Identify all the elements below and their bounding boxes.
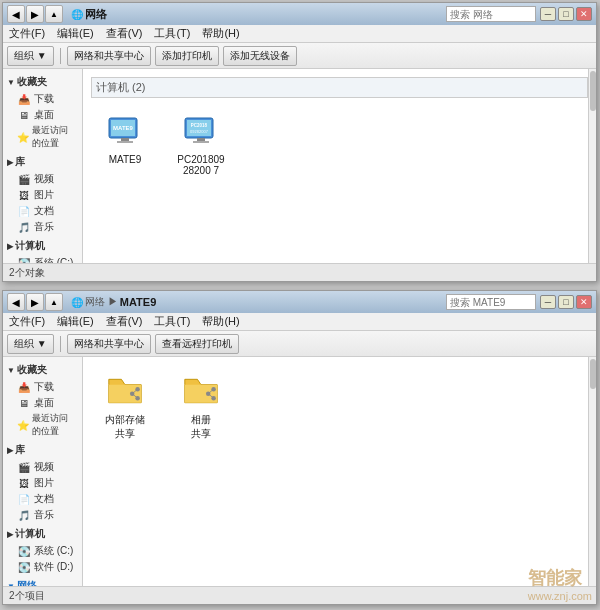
favorites-label-2: 收藏夹 xyxy=(17,363,47,377)
sidebar-header-lib-1[interactable]: ▶ 库 xyxy=(3,153,82,171)
title-bar-left-2: ◀ ▶ ▲ 🌐 网络 ▶ MATE9 xyxy=(7,293,156,311)
content-area-1: ▼ 收藏夹 📥 下载 🖥 桌面 ⭐ 最近访问的位置 xyxy=(3,69,596,263)
up-btn-2[interactable]: ▲ xyxy=(45,293,63,311)
sidebar-item-desktop-1[interactable]: 🖥 桌面 xyxy=(3,107,82,123)
file-item-internal[interactable]: 内部存储共享 xyxy=(95,369,155,445)
title-right-2: ─ □ ✕ xyxy=(446,294,592,310)
file-item-mate9[interactable]: MATE9 MATE9 xyxy=(95,110,155,180)
sidebar-item-pic-2[interactable]: 🖼 图片 xyxy=(3,475,82,491)
close-btn-1[interactable]: ✕ xyxy=(576,7,592,21)
sidebar-item-recent-1[interactable]: ⭐ 最近访问的位置 xyxy=(3,123,82,151)
music-label-2: 音乐 xyxy=(34,508,54,522)
minimize-btn-1[interactable]: ─ xyxy=(540,7,556,21)
sidebar-item-doc-2[interactable]: 📄 文档 xyxy=(3,491,82,507)
menu-file-1[interactable]: 文件(F) xyxy=(7,26,47,41)
svg-text:PC2018: PC2018 xyxy=(191,123,208,128)
sidebar-header-lib-2[interactable]: ▶ 库 xyxy=(3,441,82,459)
sidebar-item-download-2[interactable]: 📥 下载 xyxy=(3,379,82,395)
desktop-label-2: 桌面 xyxy=(34,396,54,410)
back-btn-2[interactable]: ◀ xyxy=(7,293,25,311)
title-bar-left-1: ◀ ▶ ▲ 🌐 网络 xyxy=(7,5,107,23)
up-btn-1[interactable]: ▲ xyxy=(45,5,63,23)
sidebar-item-music-1[interactable]: 🎵 音乐 xyxy=(3,219,82,235)
maximize-btn-1[interactable]: □ xyxy=(558,7,574,21)
organize-btn-1[interactable]: 组织 ▼ xyxy=(7,46,54,66)
forward-btn-1[interactable]: ▶ xyxy=(26,5,44,23)
sidebar-header-favorites-1[interactable]: ▼ 收藏夹 xyxy=(3,73,82,91)
sidebar-header-pc-1[interactable]: ▶ 计算机 xyxy=(3,237,82,255)
sidebar-item-download-1[interactable]: 📥 下载 xyxy=(3,91,82,107)
desktop-icon-1: 🖥 xyxy=(17,108,31,122)
menu-help-2[interactable]: 帮助(H) xyxy=(200,314,241,329)
sidebar-item-desktop-2[interactable]: 🖥 桌面 xyxy=(3,395,82,411)
status-bar-2: 2个项目 xyxy=(3,586,596,604)
sidebar-header-net-2[interactable]: ▼ 网络 xyxy=(3,577,82,586)
svg-text:MATE9: MATE9 xyxy=(113,125,134,131)
computer-icon-mate9: MATE9 xyxy=(107,114,143,150)
sidebar-item-pic-1[interactable]: 🖼 图片 xyxy=(3,187,82,203)
menu-help-1[interactable]: 帮助(H) xyxy=(200,26,241,41)
view-printers-btn-2[interactable]: 查看远程打印机 xyxy=(155,334,239,354)
sidebar-item-cdrive-2[interactable]: 💽 系统 (C:) xyxy=(3,543,82,559)
sep-2 xyxy=(60,336,61,352)
download-label-2: 下载 xyxy=(34,380,54,394)
add-wireless-btn-1[interactable]: 添加无线设备 xyxy=(223,46,297,66)
sidebar-item-cdrive-1[interactable]: 💽 系统 (C:) xyxy=(3,255,82,263)
title-bar-1: ◀ ▶ ▲ 🌐 网络 ─ □ ✕ xyxy=(3,3,596,25)
ddrive-label-2: 软件 (D:) xyxy=(34,560,73,574)
file-name-album: 相册共享 xyxy=(191,413,211,441)
video-icon-2: 🎬 xyxy=(17,460,31,474)
sidebar-header-favorites-2[interactable]: ▼ 收藏夹 xyxy=(3,361,82,379)
file-item-album[interactable]: 相册共享 xyxy=(171,369,231,445)
doc-label-2: 文档 xyxy=(34,492,54,506)
scrollbar-2[interactable] xyxy=(588,357,596,586)
menu-view-2[interactable]: 查看(V) xyxy=(104,314,145,329)
window-title-1: 网络 xyxy=(85,7,107,22)
window-network: ◀ ▶ ▲ 🌐 网络 ─ □ ✕ 文件(F) 编辑(E) 查看(V) 工具(T)… xyxy=(2,2,597,282)
lib-label-2: 库 xyxy=(15,443,25,457)
network-center-btn-1[interactable]: 网络和共享中心 xyxy=(67,46,151,66)
menu-file-2[interactable]: 文件(F) xyxy=(7,314,47,329)
scroll-thumb-1[interactable] xyxy=(590,71,596,111)
file-name-pc2018: PC20180928200 7 xyxy=(175,154,227,176)
search-input-1[interactable] xyxy=(446,6,536,22)
back-btn-1[interactable]: ◀ xyxy=(7,5,25,23)
menu-edit-1[interactable]: 编辑(E) xyxy=(55,26,96,41)
search-input-2[interactable] xyxy=(446,294,536,310)
nav-arrows-2: ◀ ▶ ▲ xyxy=(7,293,63,311)
sidebar-item-video-2[interactable]: 🎬 视频 xyxy=(3,459,82,475)
sidebar-item-doc-1[interactable]: 📄 文档 xyxy=(3,203,82,219)
download-icon-2: 📥 xyxy=(17,380,31,394)
close-btn-2[interactable]: ✕ xyxy=(576,295,592,309)
file-item-pc2018[interactable]: PC2018 09282007 PC20180928200 7 xyxy=(171,110,231,180)
status-text-2: 2个项目 xyxy=(9,589,45,603)
sidebar-section-net-2: ▼ 网络 🖥 MATE9 🖥 PC201809282007 xyxy=(3,577,82,586)
pc-label-1: 计算机 xyxy=(15,239,45,253)
music-icon-1: 🎵 xyxy=(17,220,31,234)
menu-tools-1[interactable]: 工具(T) xyxy=(152,26,192,41)
computer-icon-pc2018: PC2018 09282007 xyxy=(183,114,219,150)
menu-view-1[interactable]: 查看(V) xyxy=(104,26,145,41)
menu-tools-2[interactable]: 工具(T) xyxy=(152,314,192,329)
forward-btn-2[interactable]: ▶ xyxy=(26,293,44,311)
menu-edit-2[interactable]: 编辑(E) xyxy=(55,314,96,329)
sidebar-item-recent-2[interactable]: ⭐ 最近访问的位置 xyxy=(3,411,82,439)
network-center-btn-2[interactable]: 网络和共享中心 xyxy=(67,334,151,354)
sidebar-item-music-2[interactable]: 🎵 音乐 xyxy=(3,507,82,523)
scroll-thumb-2[interactable] xyxy=(590,359,596,389)
minimize-btn-2[interactable]: ─ xyxy=(540,295,556,309)
video-icon-1: 🎬 xyxy=(17,172,31,186)
sidebar-item-ddrive-2[interactable]: 💽 软件 (D:) xyxy=(3,559,82,575)
music-icon-2: 🎵 xyxy=(17,508,31,522)
scrollbar-1[interactable] xyxy=(588,69,596,263)
sidebar-1: ▼ 收藏夹 📥 下载 🖥 桌面 ⭐ 最近访问的位置 xyxy=(3,69,83,263)
maximize-btn-2[interactable]: □ xyxy=(558,295,574,309)
sidebar-item-video-1[interactable]: 🎬 视频 xyxy=(3,171,82,187)
pic-label-2: 图片 xyxy=(34,476,54,490)
desktop-label-1: 桌面 xyxy=(34,108,54,122)
add-printer-btn-1[interactable]: 添加打印机 xyxy=(155,46,219,66)
window-controls-1: ─ □ ✕ xyxy=(540,7,592,21)
organize-btn-2[interactable]: 组织 ▼ xyxy=(7,334,54,354)
sidebar-header-pc-2[interactable]: ▶ 计算机 xyxy=(3,525,82,543)
pic-label-1: 图片 xyxy=(34,188,54,202)
